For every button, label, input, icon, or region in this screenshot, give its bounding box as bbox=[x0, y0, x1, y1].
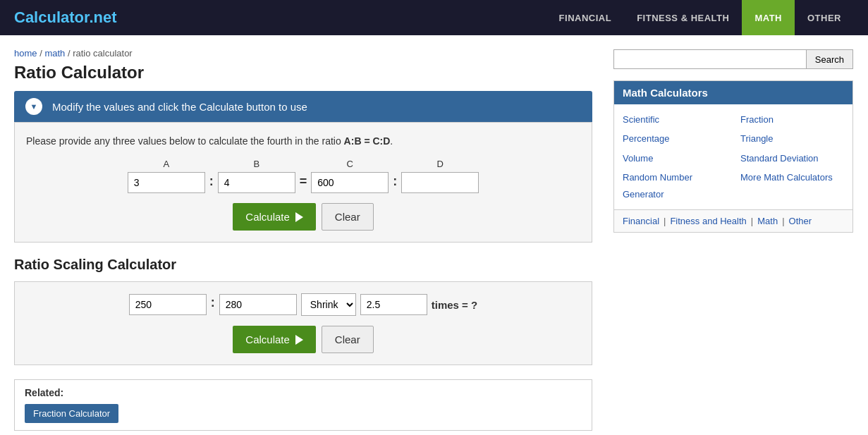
related-box: Related: Fraction Calculator bbox=[14, 379, 592, 431]
label-c: C bbox=[347, 159, 353, 169]
main-content: home / math / ratio calculator Ratio Cal… bbox=[14, 42, 592, 431]
separator-colon-1: : bbox=[209, 174, 214, 193]
clear-button-1[interactable]: Clear bbox=[322, 203, 374, 231]
related-fraction-calculator[interactable]: Fraction Calculator bbox=[25, 404, 118, 423]
math-links-grid: Scientific Fraction Percentage Triangle … bbox=[623, 111, 844, 202]
scaling-inputs-row: : Shrink Grow times = ? bbox=[26, 293, 580, 316]
scaling-input-left[interactable] bbox=[129, 294, 207, 315]
scaling-input-times[interactable] bbox=[360, 294, 427, 315]
nav-fitness[interactable]: FITNESS & HEALTH bbox=[624, 0, 742, 35]
cat-link-other[interactable]: Other bbox=[789, 216, 812, 226]
scaling-colon: : bbox=[211, 295, 215, 314]
math-link-std-deviation[interactable]: Standard Deviation bbox=[740, 150, 844, 166]
search-button[interactable]: Search bbox=[807, 49, 853, 69]
search-input[interactable] bbox=[613, 49, 807, 69]
math-link-scientific[interactable]: Scientific bbox=[623, 111, 726, 128]
ratio-formula: A:B = C:D bbox=[344, 135, 391, 147]
math-link-more-math[interactable]: More Math Calculators bbox=[740, 169, 844, 202]
ratio-inputs-row: A : B = C : D bbox=[26, 159, 580, 193]
clear-button-2[interactable]: Clear bbox=[322, 326, 374, 353]
banner-text: Modify the values and click the Calculat… bbox=[52, 101, 307, 113]
math-panel-body: Scientific Fraction Percentage Triangle … bbox=[614, 104, 852, 209]
math-link-volume[interactable]: Volume bbox=[623, 150, 726, 166]
logo[interactable]: Calculator.net bbox=[14, 8, 117, 27]
scaling-title: Ratio Scaling Calculator bbox=[14, 257, 592, 273]
play-icon-2 bbox=[295, 335, 303, 345]
sidebar: Search Math Calculators Scientific Fract… bbox=[613, 42, 853, 431]
logo-net: net bbox=[94, 8, 117, 26]
category-links: Financial | Fitness and Health | Math | … bbox=[613, 210, 853, 233]
search-row: Search bbox=[613, 49, 853, 69]
cat-link-fitness[interactable]: Fitness and Health bbox=[670, 216, 746, 226]
separator-colon-2: : bbox=[393, 174, 397, 193]
ratio-btn-row: Calculate Clear bbox=[26, 203, 580, 231]
logo-text: Calculator bbox=[14, 8, 89, 26]
math-calculators-panel: Math Calculators Scientific Fraction Per… bbox=[613, 80, 853, 210]
input-b[interactable] bbox=[218, 172, 295, 193]
calculate-label-1: Calculate bbox=[245, 211, 290, 223]
nav-other[interactable]: OTHER bbox=[795, 0, 854, 35]
scaling-select[interactable]: Shrink Grow bbox=[301, 293, 356, 316]
input-d[interactable] bbox=[401, 172, 479, 193]
calculate-button-2[interactable]: Calculate bbox=[233, 326, 316, 353]
nav-math[interactable]: MATH bbox=[742, 0, 795, 35]
math-link-random-number[interactable]: Random Number Generator bbox=[623, 169, 726, 202]
scaling-input-right[interactable] bbox=[219, 294, 297, 315]
arrow-icon bbox=[25, 98, 42, 115]
input-c[interactable] bbox=[311, 172, 389, 193]
page-container: home / math / ratio calculator Ratio Cal… bbox=[0, 35, 868, 435]
scaling-calculator-box: : Shrink Grow times = ? Calculate Clear bbox=[14, 281, 592, 365]
breadcrumb-math[interactable]: math bbox=[44, 48, 65, 59]
input-a[interactable] bbox=[128, 172, 205, 193]
label-b: B bbox=[253, 159, 259, 169]
cat-link-math[interactable]: Math bbox=[757, 216, 778, 226]
related-label: Related: bbox=[25, 387, 582, 398]
ratio-col-c: C bbox=[311, 159, 389, 193]
main-nav: FINANCIAL FITNESS & HEALTH MATH OTHER bbox=[546, 0, 854, 35]
breadcrumb: home / math / ratio calculator bbox=[14, 42, 592, 63]
ratio-col-b: B bbox=[218, 159, 295, 193]
play-icon-1 bbox=[295, 212, 303, 222]
label-d: D bbox=[437, 159, 444, 169]
math-link-fraction[interactable]: Fraction bbox=[740, 111, 844, 128]
equals-sign: = bbox=[300, 174, 307, 193]
ratio-description: Please provide any three values below to… bbox=[26, 134, 580, 149]
ratio-calculator-box: Please provide any three values below to… bbox=[14, 122, 592, 243]
ratio-col-a: A bbox=[128, 159, 205, 193]
label-a: A bbox=[163, 159, 169, 169]
math-link-triangle[interactable]: Triangle bbox=[740, 130, 844, 147]
nav-financial[interactable]: FINANCIAL bbox=[546, 0, 625, 35]
scaling-eq-text: times = ? bbox=[432, 299, 477, 311]
calculate-label-2: Calculate bbox=[245, 333, 290, 345]
breadcrumb-current: ratio calculator bbox=[73, 48, 133, 59]
calculate-button-1[interactable]: Calculate bbox=[233, 203, 316, 231]
page-title: Ratio Calculator bbox=[14, 63, 592, 82]
ratio-col-d: D bbox=[401, 159, 479, 193]
info-banner: Modify the values and click the Calculat… bbox=[14, 91, 592, 122]
cat-link-financial[interactable]: Financial bbox=[623, 216, 659, 226]
breadcrumb-home[interactable]: home bbox=[14, 48, 37, 59]
math-panel-header: Math Calculators bbox=[614, 81, 852, 104]
header: Calculator.net FINANCIAL FITNESS & HEALT… bbox=[0, 0, 868, 35]
scaling-btn-row: Calculate Clear bbox=[26, 326, 580, 353]
math-link-percentage[interactable]: Percentage bbox=[623, 130, 726, 147]
